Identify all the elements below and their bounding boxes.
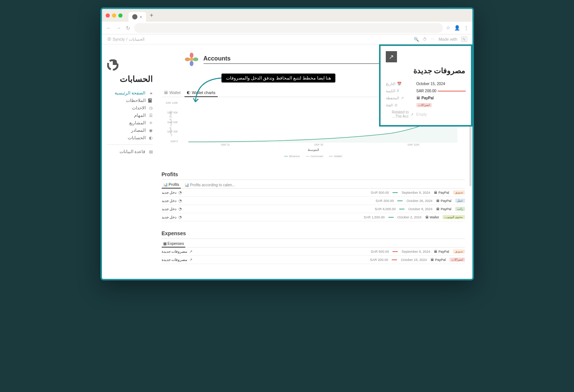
browser-menu-icon[interactable]: ⋮ <box>464 25 469 31</box>
sidebar-item-resources[interactable]: ◉المصادر <box>107 127 153 134</box>
y-tick: SAR 0 <box>165 140 178 143</box>
url-input[interactable] <box>134 23 443 33</box>
data-row[interactable]: ◔ دخل جديد SAR 8,000.00 October 8, 2024 … <box>162 205 465 213</box>
row-title: مصروفات جديدة <box>162 249 187 253</box>
bank-icon: 🏛 <box>436 199 440 203</box>
search-icon[interactable]: 🔍 <box>414 37 419 42</box>
row-title: دخل جديد <box>162 190 177 195</box>
property-icon: ↗ <box>401 96 404 100</box>
grid-icon: ▦ <box>163 242 167 246</box>
sidebar-list: ▸الصفحة الرئيسية 📓الملاحظات ◷الاحداث ☰ال… <box>107 89 153 155</box>
nav-forward-button[interactable]: → <box>115 24 122 32</box>
popup-empty-text: Empty <box>416 112 427 116</box>
legend-label: Wallet <box>334 155 342 158</box>
sidebar-item-label: المهام <box>134 113 146 118</box>
annotation-tooltip: هنا ايضا مخطط لتتبع المحافظ وتدفق الدخل … <box>221 74 335 83</box>
row-bar-mark <box>392 259 397 260</box>
row-bar-mark <box>393 251 398 252</box>
popup-tag: اشتراكات <box>416 103 432 107</box>
bank-icon: 🏛 <box>434 250 437 253</box>
sidebar-item-label: الاحداث <box>132 105 146 111</box>
legend-swatch <box>284 156 288 156</box>
row-bar-mark <box>397 200 403 201</box>
sidebar-item-database[interactable]: ▤قاعدة البيانات <box>107 148 153 155</box>
row-type-icon: ◔ <box>179 199 182 203</box>
row-title: دخل جديد <box>162 199 177 203</box>
data-row[interactable]: ↗ مصروفات جديدة SAR 500.00 September 8, … <box>162 248 465 256</box>
popup-property-label: ↗المحفظة <box>386 96 413 100</box>
popup-property-value: 🏛PayPal <box>416 96 466 100</box>
close-window-button[interactable] <box>106 13 110 18</box>
svg-point-1 <box>190 57 193 61</box>
sidebar-item-projects[interactable]: ⚛المشاريع <box>107 119 153 127</box>
row-bar-mark <box>393 192 398 193</box>
popup-property-row[interactable]: ↗Related to The Acc... Empty <box>386 109 466 120</box>
section-tab-label: Expenses <box>168 242 184 246</box>
popup-arrow-icon: ↗ <box>386 51 397 62</box>
row-amount: SAR 200.00 <box>376 199 394 203</box>
section-tabs: 📊Profits 📊Profits according to calen... <box>162 180 465 189</box>
row-date: September 8, 2024 <box>401 191 430 195</box>
row-type-icon: ◔ <box>179 207 182 211</box>
browser-tab-bar: × + <box>102 9 472 22</box>
data-row[interactable]: ◔ دخل جديد SAR 200.00 October 26, 2024 🏛… <box>162 197 465 205</box>
caret-icon: ▸ <box>148 91 153 96</box>
view-tab-wallet[interactable]: 🏛Wallet <box>162 88 183 97</box>
section-title: Profits <box>162 169 465 180</box>
popup-property-row[interactable]: #الكمية SAR 200.00 <box>386 87 466 94</box>
data-row[interactable]: ◔ دخل جديد SAR 500.00 September 8, 2024 … <box>162 189 465 197</box>
row-date: October 15, 2024 <box>401 258 427 262</box>
more-icon[interactable]: ⋯ <box>431 37 435 42</box>
row-type-icon: ↗ <box>189 258 192 262</box>
popup-property-label: ↗Related to The Acc... <box>386 110 413 118</box>
section-tab-expenses[interactable]: ▦Expenses <box>162 240 186 248</box>
breadcrumb-current[interactable]: الحسابات <box>129 37 145 42</box>
row-type-icon: ◔ <box>179 215 182 219</box>
data-row[interactable]: ↗ مصروفات جديدة SAR 200.00 October 15, 2… <box>162 256 465 264</box>
sidebar-logo-icon <box>107 59 118 71</box>
section-tab-profits-calendar[interactable]: 📊Profits according to calen... <box>183 181 237 188</box>
sidebar-item-tasks[interactable]: ☰المهام <box>107 112 153 119</box>
bookmark-star-icon[interactable]: ☆ <box>446 25 450 31</box>
row-type-icon: ◔ <box>179 190 182 195</box>
chart-legend: Binance Gumroad Wallet <box>165 155 462 158</box>
sidebar-item-events[interactable]: ◷الاحداث <box>107 104 153 112</box>
property-icon: 📅 <box>397 82 401 86</box>
tab-close-icon[interactable]: × <box>140 14 143 20</box>
popup-property-label: #الكمية <box>386 89 413 93</box>
breadcrumb-root[interactable]: Syncly <box>113 37 125 41</box>
legend-label: Binance <box>289 155 300 158</box>
section-tab-label: Profits according to calen... <box>190 183 235 187</box>
sidebar-item-notes[interactable]: 📓الملاحظات <box>107 97 153 104</box>
sidebar-item-accounts[interactable]: ◐الحسابات <box>107 134 153 141</box>
history-icon[interactable]: ⏱ <box>423 37 427 41</box>
breadcrumb-sep: / <box>126 37 127 41</box>
url-bar: ← → ↻ ☆ 👤 ⋮ <box>102 22 472 34</box>
minimize-window-button[interactable] <box>112 13 116 18</box>
popup-property-value: Empty <box>416 112 466 116</box>
sidebar-item-home[interactable]: ▸الصفحة الرئيسية <box>107 89 153 97</box>
nav-reload-button[interactable]: ↻ <box>125 24 131 32</box>
popup-rows: 📅التاريخ October 15, 2024 #الكمية SAR 20… <box>386 80 466 120</box>
profile-icon[interactable]: 👤 <box>454 25 460 31</box>
bank-icon: 🏛 <box>436 207 440 211</box>
x-tick: SAR 31 <box>221 143 230 146</box>
browser-tab[interactable]: × <box>128 12 146 22</box>
legend-swatch <box>306 156 310 156</box>
section-tab-profits[interactable]: 📊Profits <box>162 181 181 189</box>
popup-property-row[interactable]: ⊙الفئة اشتراكات <box>386 102 466 109</box>
data-row[interactable]: ◔ دخل جديد SAR 1,500.00 October 2, 2024 … <box>162 213 465 221</box>
maximize-window-button[interactable] <box>118 13 122 18</box>
notion-badge-icon[interactable]: N <box>461 37 467 42</box>
nav-back-button[interactable]: ← <box>106 24 112 32</box>
row-title: دخل جديد <box>162 207 177 211</box>
section-tabs: ▦Expenses <box>162 239 465 248</box>
row-wallet: 🏛PayPal <box>434 250 449 253</box>
new-tab-button[interactable]: + <box>150 12 153 19</box>
popup-property-row[interactable]: ↗المحفظة 🏛PayPal <box>386 94 466 102</box>
svg-point-3 <box>193 57 198 61</box>
row-amount: SAR 500.00 <box>371 250 389 253</box>
popup-property-row[interactable]: 📅التاريخ October 15, 2024 <box>386 80 466 87</box>
row-tag: تسويق <box>453 190 465 195</box>
popup-property-value: October 15, 2024 <box>416 82 466 86</box>
